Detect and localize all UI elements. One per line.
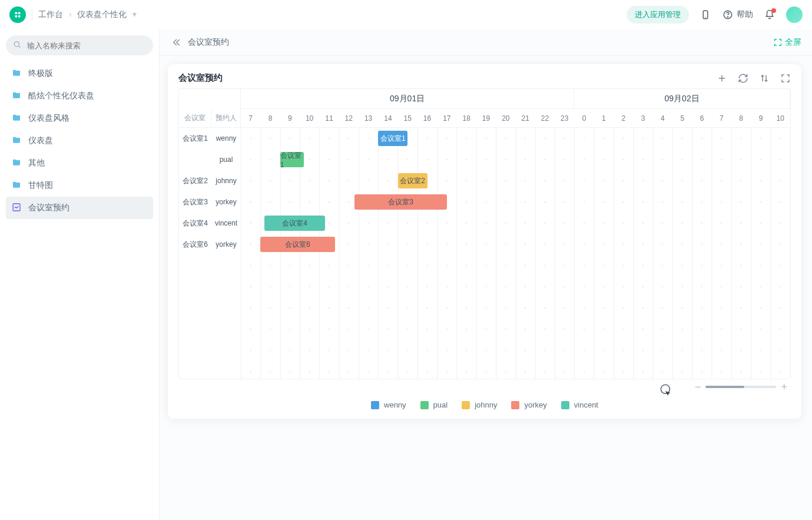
breadcrumb-root[interactable]: 工作台 bbox=[38, 9, 63, 19]
sidebar-item-label: 终极版 bbox=[28, 68, 53, 79]
gantt-hour-label: 20 bbox=[496, 109, 515, 128]
gantt-track[interactable]: 会议室3 bbox=[241, 191, 790, 213]
sidebar-item-1[interactable]: 酷炫个性化仪表盘 bbox=[6, 85, 153, 107]
gantt-hour-label: 10 bbox=[771, 109, 790, 128]
expand-icon[interactable] bbox=[780, 73, 791, 84]
legend-label: johnny bbox=[475, 400, 497, 409]
sidebar-item-5[interactable]: 甘特图 bbox=[6, 174, 153, 197]
enter-app-manage-button[interactable]: 进入应用管理 bbox=[627, 6, 689, 24]
svg-point-3 bbox=[18, 15, 21, 18]
breadcrumb[interactable]: 工作台 › 仪表盘个性化 ▾ bbox=[38, 9, 140, 20]
gantt-track[interactable]: 会议室6 bbox=[241, 234, 790, 255]
gantt-bar[interactable]: 会议室4 bbox=[264, 216, 325, 231]
gantt-hour-label: 21 bbox=[516, 109, 535, 128]
search-input[interactable] bbox=[6, 35, 153, 55]
gantt-hour-label: 18 bbox=[457, 109, 476, 128]
legend-swatch bbox=[511, 401, 519, 409]
gantt-track[interactable]: 会议室4 bbox=[241, 213, 790, 234]
notification-bell-icon[interactable] bbox=[764, 9, 775, 21]
gantt-bar[interactable]: 会议室1 bbox=[280, 152, 304, 167]
zoom-track[interactable] bbox=[705, 386, 776, 388]
legend-item[interactable]: vincent bbox=[561, 400, 598, 409]
search-box bbox=[6, 35, 153, 55]
legend-item[interactable]: yorkey bbox=[511, 400, 546, 409]
gantt-date-header: 09月01日 bbox=[241, 89, 574, 109]
gantt-hour-label: 10 bbox=[300, 109, 319, 128]
mobile-icon[interactable] bbox=[700, 9, 711, 21]
gantt-person-label: wenny bbox=[211, 128, 241, 149]
legend-item[interactable]: johnny bbox=[462, 400, 497, 409]
gantt-header-dates: 09月01日09月02日 bbox=[179, 89, 790, 109]
sidebar-item-label: 其他 bbox=[28, 158, 45, 168]
refresh-icon[interactable] bbox=[738, 73, 748, 84]
page-title: 会议室预约 bbox=[188, 37, 229, 48]
gantt-hour-label: 7 bbox=[712, 109, 731, 128]
gantt-bar[interactable]: 会议室3 bbox=[354, 194, 447, 210]
gantt-bar[interactable]: 会议室1 bbox=[378, 131, 407, 146]
sidebar-item-4[interactable]: 其他 bbox=[6, 152, 153, 174]
svg-point-0 bbox=[15, 12, 17, 14]
legend-item[interactable]: pual bbox=[420, 400, 448, 409]
sidebar-item-6[interactable]: 会议室预约 bbox=[6, 197, 153, 219]
gantt-row: 会议室1wenny会议室1 bbox=[179, 128, 790, 149]
divider bbox=[32, 9, 32, 21]
sidebar-item-label: 酷炫个性化仪表盘 bbox=[28, 91, 94, 101]
gantt-hour-label: 5 bbox=[672, 109, 692, 128]
gantt-hour-label: 12 bbox=[339, 109, 359, 128]
gantt-room-label: 会议室3 bbox=[179, 191, 211, 213]
folder-icon bbox=[12, 68, 22, 79]
user-avatar[interactable] bbox=[786, 6, 803, 23]
gantt-row: 会议室6yorkey会议室6 bbox=[179, 234, 790, 255]
legend-label: wenny bbox=[384, 400, 406, 409]
help-button[interactable]: 帮助 bbox=[722, 9, 753, 21]
gantt-legend: wennypualjohnnyyorkeyvincent bbox=[178, 395, 791, 413]
gantt-person-label: pual bbox=[211, 149, 241, 170]
gantt-hour-label: 8 bbox=[731, 109, 751, 128]
legend-label: pual bbox=[433, 400, 448, 409]
gantt-track[interactable]: 会议室1 bbox=[241, 149, 790, 170]
gantt-hour-label: 9 bbox=[751, 109, 770, 128]
breadcrumb-current[interactable]: 仪表盘个性化 bbox=[77, 9, 127, 19]
folder-icon bbox=[12, 113, 22, 124]
gantt-hour-label: 11 bbox=[319, 109, 339, 128]
gantt-bar[interactable]: 会议室6 bbox=[260, 237, 335, 252]
gantt-room-label: 会议室4 bbox=[179, 213, 211, 234]
zoom-in-icon[interactable]: + bbox=[781, 381, 787, 393]
gantt-hour-label: 13 bbox=[359, 109, 378, 128]
gantt-header-hours: 会议室 预约人 78910111213141516171819202122230… bbox=[179, 109, 790, 128]
gantt-hour-label: 14 bbox=[378, 109, 397, 128]
gantt-hour-label: 15 bbox=[398, 109, 417, 128]
fullscreen-button[interactable]: 全屏 bbox=[773, 37, 801, 48]
gantt-room-label bbox=[179, 149, 211, 170]
sidebar-item-0[interactable]: 终极版 bbox=[6, 62, 153, 85]
add-icon[interactable] bbox=[717, 73, 727, 84]
panel-header: 会议室预约 bbox=[178, 72, 791, 84]
gantt-col-room-header: 会议室 bbox=[179, 109, 211, 128]
sidebar-item-2[interactable]: 仪表盘风格 bbox=[6, 107, 153, 130]
gantt-room-label: 会议室6 bbox=[179, 234, 211, 255]
gantt-row: pual会议室1 bbox=[179, 149, 790, 170]
gantt-bar[interactable]: 会议室2 bbox=[398, 173, 427, 188]
zoom-out-icon[interactable]: − bbox=[695, 381, 701, 393]
sidebar-item-3[interactable]: 仪表盘 bbox=[6, 130, 153, 152]
breadcrumb-dropdown-icon[interactable]: ▾ bbox=[132, 9, 137, 19]
app-logo[interactable] bbox=[9, 6, 26, 23]
folder-icon bbox=[12, 135, 22, 146]
gantt-hour-label: 22 bbox=[535, 109, 555, 128]
legend-swatch bbox=[462, 401, 470, 409]
gantt-track[interactable]: 会议室2 bbox=[241, 170, 790, 191]
zoom-slider[interactable]: − + bbox=[178, 379, 791, 395]
gantt-hour-label: 16 bbox=[417, 109, 437, 128]
collapse-sidebar-icon[interactable] bbox=[170, 37, 182, 48]
gantt-hour-label: 9 bbox=[280, 109, 300, 128]
legend-swatch bbox=[420, 401, 429, 409]
sort-icon[interactable] bbox=[759, 73, 770, 84]
legend-label: yorkey bbox=[524, 400, 546, 409]
gantt-person-label: vincent bbox=[211, 213, 241, 234]
help-label: 帮助 bbox=[737, 9, 753, 20]
gantt-person-label: yorkey bbox=[211, 234, 241, 255]
legend-item[interactable]: wenny bbox=[371, 400, 406, 409]
legend-swatch bbox=[371, 401, 379, 409]
folder-icon bbox=[12, 158, 22, 168]
gantt-track[interactable]: 会议室1 bbox=[241, 128, 790, 149]
